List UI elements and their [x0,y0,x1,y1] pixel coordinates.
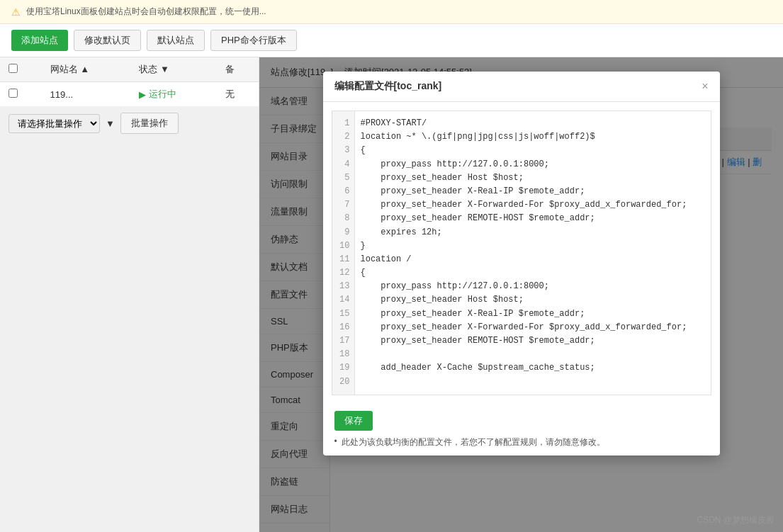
table-row: 119... ▶ 运行中 无 [0,82,259,107]
right-panel: 站点修改[119. ] -- 添加时间[2021-12-05 14:55:52]… [259,57,783,532]
modal-note: • 此处为该负载均衡的配置文件，若您不了解配置规则，请勿随意修改。 [334,436,709,448]
modal-header: 编辑配置文件[toc_rank] × [323,72,720,102]
code-content[interactable]: #PROXY-START/ location ~* \.(gif|png|jpg… [355,111,711,395]
row-checkbox-cell [0,82,42,107]
left-area: 网站名 ▲ 状态 ▼ 备 119... ▶ 运行中 无 [0,57,259,532]
code-editor[interactable]: 12345 678910 1112131415 1617181920 #PROX… [332,111,711,395]
status-running: ▶ 运行中 [139,88,208,101]
save-button[interactable]: 保存 [334,411,373,431]
bullet-icon: • [334,436,337,446]
row-status: ▶ 运行中 [130,82,217,107]
select-all-checkbox[interactable] [9,64,18,73]
col-status: 状态 ▼ [130,57,217,82]
add-site-button[interactable]: 添加站点 [11,30,68,51]
status-triangle-icon: ▶ [139,89,146,100]
modal-close-button[interactable]: × [702,81,708,92]
modal-overlay: 编辑配置文件[toc_rank] × 12345 678910 11121314… [259,57,783,532]
col-checkbox [0,57,42,82]
batch-action-button[interactable]: 批量操作 [120,113,179,134]
site-table: 网站名 ▲ 状态 ▼ 备 119... ▶ 运行中 无 [0,57,259,107]
modify-default-button[interactable]: 修改默认页 [74,30,141,51]
config-modal: 编辑配置文件[toc_rank] × 12345 678910 11121314… [323,72,720,455]
warning-text: 使用宝塔Linux面板创建站点时会自动创建权限配置，统一使用... [26,6,266,18]
warning-bar: ⚠ 使用宝塔Linux面板创建站点时会自动创建权限配置，统一使用... [0,0,783,24]
batch-arrow-icon: ▼ [106,118,115,129]
batch-bar: 请选择批量操作 ▼ 批量操作 [0,107,259,140]
toolbar: 添加站点 修改默认页 默认站点 PHP命令行版本 [0,24,783,57]
modal-body: 12345 678910 1112131415 1617181920 #PROX… [323,102,720,404]
col-extra: 备 [217,57,259,82]
default-site-button[interactable]: 默认站点 [147,30,205,51]
note-text: 此处为该负载均衡的配置文件，若您不了解配置规则，请勿随意修改。 [342,436,605,448]
batch-select[interactable]: 请选择批量操作 [9,114,100,133]
warning-icon: ⚠ [11,6,21,18]
col-sitename: 网站名 ▲ [42,57,131,82]
php-version-button[interactable]: PHP命令行版本 [210,30,297,51]
modal-title: 编辑配置文件[toc_rank] [334,80,442,93]
line-numbers: 12345 678910 1112131415 1617181920 [332,111,355,395]
row-checkbox[interactable] [9,89,18,98]
row-extra: 无 [217,82,259,107]
watermark: CSDN @梦想橡皮擦 [697,514,774,526]
main-layout: 网站名 ▲ 状态 ▼ 备 119... ▶ 运行中 无 [0,57,783,532]
row-sitename: 119... [42,82,131,107]
modal-footer: 保存 • 此处为该负载均衡的配置文件，若您不了解配置规则，请勿随意修改。 [323,404,720,455]
